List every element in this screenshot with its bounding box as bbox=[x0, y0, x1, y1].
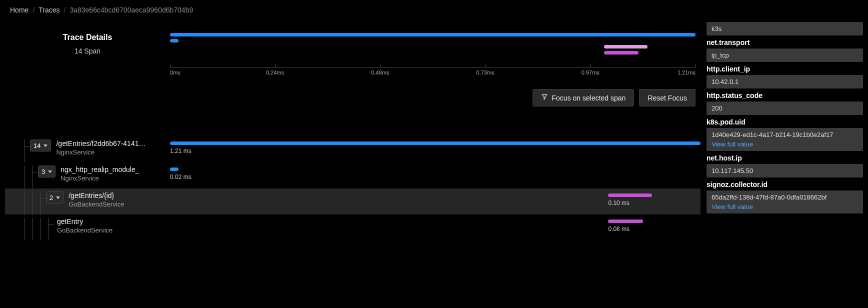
span-row[interactable]: getEntryGoBackendService0.08 ms bbox=[5, 214, 700, 240]
span-service: GoBackendService bbox=[57, 226, 112, 234]
span-service: GoBackendService bbox=[68, 200, 124, 208]
axis-tick: 0.97ms bbox=[582, 68, 600, 74]
child-count: 2 bbox=[50, 194, 53, 202]
span-labels: getEntryGoBackendService bbox=[57, 218, 112, 234]
breadcrumb-sep: / bbox=[64, 6, 66, 14]
axis-tick: 0.73ms bbox=[476, 68, 494, 74]
breadcrumb-traces[interactable]: Traces bbox=[38, 6, 60, 14]
span-name: ngx_http_realip_module_ bbox=[60, 166, 139, 174]
expand-toggle[interactable]: 2 bbox=[46, 192, 64, 204]
span-name: /getEntries/{id} bbox=[68, 192, 124, 200]
span-row[interactable]: 3ngx_http_realip_module_NginxService0.02… bbox=[5, 162, 700, 188]
span-row[interactable]: 14/getEntries/f2dd6b67-4141-…NginxServic… bbox=[5, 136, 700, 162]
overview-span-bar[interactable] bbox=[604, 45, 648, 48]
overview-span-bar[interactable] bbox=[170, 33, 696, 36]
tag-key: k8s.pod.uid bbox=[706, 118, 863, 126]
span-duration: 0.08 ms bbox=[608, 226, 630, 232]
axis-tick: 0ms bbox=[170, 68, 180, 74]
axis-tick: 1.21ms bbox=[678, 68, 696, 74]
breadcrumb-home[interactable]: Home bbox=[10, 6, 28, 14]
span-timeline: 1.21 ms bbox=[170, 136, 700, 162]
tag-key: http.client_ip bbox=[706, 65, 863, 73]
span-duration: 0.02 ms bbox=[170, 174, 192, 180]
breadcrumb-trace-id: 3a83e66c4bcd6700aeca9960d6b704b9 bbox=[70, 6, 193, 14]
span-timeline: 0.10 ms bbox=[170, 188, 700, 214]
tag-value: 65da2ffd-138d-47fd-87a0-0dfa018662bfView… bbox=[706, 190, 863, 214]
tag-block: k3s bbox=[706, 22, 863, 36]
tag-block: http.status_code200 bbox=[706, 92, 863, 115]
overview-span-bar[interactable] bbox=[604, 51, 638, 54]
child-count: 3 bbox=[42, 168, 45, 176]
page-title: Trace Details bbox=[5, 33, 170, 42]
filter-icon bbox=[541, 94, 548, 102]
reset-focus-label: Reset Focus bbox=[648, 94, 687, 102]
child-count: 14 bbox=[34, 142, 40, 150]
tag-value: ip_tcp bbox=[706, 48, 863, 62]
span-bar[interactable] bbox=[170, 142, 700, 145]
overview-span-bar[interactable] bbox=[170, 39, 178, 42]
tag-value: k3s bbox=[706, 22, 863, 36]
expand-toggle[interactable]: 3 bbox=[38, 166, 56, 178]
expand-toggle[interactable]: 14 bbox=[30, 140, 51, 152]
span-row-gutter: 3ngx_http_realip_module_NginxService bbox=[5, 162, 170, 188]
view-full-value-link[interactable]: View full value bbox=[712, 140, 858, 148]
axis-tick: 0.48ms bbox=[371, 68, 389, 74]
span-labels: ngx_http_realip_module_NginxService bbox=[60, 166, 139, 182]
time-axis: 0ms0.24ms0.48ms0.73ms0.97ms1.21ms bbox=[170, 67, 696, 82]
span-labels: /getEntries/{id}GoBackendService bbox=[68, 192, 124, 208]
span-bar[interactable] bbox=[608, 194, 652, 197]
breadcrumb: Home / Traces / 3a83e66c4bcd6700aeca9960… bbox=[5, 0, 863, 22]
axis-tick-label: 0.48ms bbox=[371, 70, 389, 76]
span-timeline: 0.02 ms bbox=[170, 162, 700, 188]
span-bar[interactable] bbox=[608, 220, 643, 223]
tag-block: net.transportip_tcp bbox=[706, 38, 863, 62]
reset-focus-button[interactable]: Reset Focus bbox=[639, 89, 696, 106]
span-service: NginxService bbox=[56, 148, 146, 156]
span-timeline: 0.08 ms bbox=[170, 214, 700, 240]
span-service: NginxService bbox=[60, 174, 139, 182]
axis-tick-label: 0.97ms bbox=[582, 70, 600, 76]
chevron-down-icon bbox=[56, 196, 60, 199]
overview-chart[interactable] bbox=[170, 33, 696, 63]
axis-tick: 0.24ms bbox=[266, 68, 284, 74]
tag-block: signoz.collector.id65da2ffd-138d-47fd-87… bbox=[706, 180, 863, 214]
span-row[interactable]: 2/getEntries/{id}GoBackendService0.10 ms bbox=[5, 188, 700, 214]
span-duration: 0.10 ms bbox=[608, 200, 630, 206]
tag-block: net.host.ip10.117.145.50 bbox=[706, 154, 863, 178]
chevron-down-icon bbox=[44, 144, 48, 147]
span-bar[interactable] bbox=[170, 168, 178, 171]
tag-block: http.client_ip10.42.0.1 bbox=[706, 65, 863, 88]
tags-panel: k3snet.transportip_tcphttp.client_ip10.4… bbox=[700, 22, 863, 308]
span-duration: 1.21 ms bbox=[170, 148, 192, 154]
span-count: 14 Span bbox=[5, 47, 170, 55]
span-row-gutter: getEntryGoBackendService bbox=[5, 214, 170, 240]
span-labels: /getEntries/f2dd6b67-4141-…NginxService bbox=[56, 140, 146, 156]
tag-key: net.transport bbox=[706, 38, 863, 46]
tag-value: 200 bbox=[706, 102, 863, 115]
axis-tick-label: 0.73ms bbox=[476, 70, 494, 76]
axis-tick-label: 1.21ms bbox=[678, 70, 696, 76]
chevron-down-icon bbox=[48, 170, 52, 173]
tag-value: 1d40e429-ed1c-4a17-b214-19c1b0e2af17View… bbox=[706, 128, 863, 151]
breadcrumb-sep: / bbox=[32, 6, 34, 14]
view-full-value-link[interactable]: View full value bbox=[712, 203, 858, 210]
span-row-gutter: 2/getEntries/{id}GoBackendService bbox=[5, 188, 170, 214]
tag-block: k8s.pod.uid1d40e429-ed1c-4a17-b214-19c1b… bbox=[706, 118, 863, 151]
span-name: getEntry bbox=[57, 218, 112, 226]
tag-value: 10.42.0.1 bbox=[706, 75, 863, 88]
focus-selected-button[interactable]: Focus on selected span bbox=[532, 89, 634, 106]
tag-value: 10.117.145.50 bbox=[706, 164, 863, 178]
span-name: /getEntries/f2dd6b67-4141-… bbox=[56, 140, 146, 148]
span-tree: 14/getEntries/f2dd6b67-4141-…NginxServic… bbox=[5, 136, 700, 240]
axis-tick-label: 0ms bbox=[170, 70, 180, 76]
axis-tick-label: 0.24ms bbox=[266, 70, 284, 76]
span-row-gutter: 14/getEntries/f2dd6b67-4141-…NginxServic… bbox=[5, 136, 170, 162]
tag-key: net.host.ip bbox=[706, 154, 863, 162]
tag-key: http.status_code bbox=[706, 92, 863, 100]
tag-key: signoz.collector.id bbox=[706, 180, 863, 188]
focus-selected-label: Focus on selected span bbox=[552, 94, 626, 102]
